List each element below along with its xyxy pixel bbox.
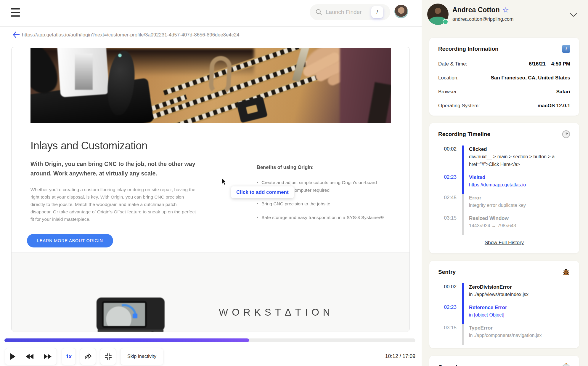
page-intro-paragraph: With Origin, you can bring CNC to the jo… [30,159,208,178]
info-row-browser: Browser: Safari [438,89,570,95]
timeline-event[interactable]: 00:02 Clicked div#nuxt__ > main > sectio… [438,146,570,174]
skip-next-control [80,348,96,365]
timeline-event[interactable]: 03:15 Resized Window 1443×924 → 798×643 [438,215,570,235]
search-input[interactable] [326,9,367,15]
event-marker-bar [462,146,464,174]
event-marker-bar [462,283,464,304]
benefits-heading: Benefits of using Origin: [257,164,314,170]
timeline-event[interactable]: 02:45 Error integrity error duplicate ke… [438,194,570,215]
info-row-location: Location: San Francisco, CA, United Stat… [438,75,570,81]
user-email: andrea.cotton@rippling.com [452,16,514,22]
transport-controls [5,348,57,365]
workstation-logo: WORKSTΔTION [219,307,334,318]
favorite-star-icon[interactable]: ☆ [502,6,509,14]
recorded-page-url: https://app.getatlas.io/auth/login?next=… [22,32,240,38]
sentry-event[interactable]: 03:15 TypeError in ./app/components/navi… [438,324,570,345]
speed-control: 1x [62,348,76,365]
page-heading: Inlays and Customization [30,140,147,152]
ladybug-icon [562,268,570,276]
benefit-item: Bring CNC precision to the jobsite [257,200,393,208]
event-marker-bar [462,194,464,215]
cnc-router-photo [30,48,391,123]
recording-information-title: Recording Information [438,46,499,52]
sentry-event[interactable]: 02:23 Reference Error in [object Object] [438,304,570,324]
back-arrow-icon[interactable] [12,31,20,39]
event-marker-bar [462,304,464,324]
collapse-control [100,348,116,365]
exit-fullscreen-button[interactable] [102,348,114,365]
event-marker-bar [462,174,464,194]
playback-speed-button[interactable]: 1x [66,354,72,360]
replay-player-region: / https://app.getatlas.io/auth/login?nex… [0,0,422,366]
info-row-date: Date & Time: 6/16/21 – 4:50 PM [438,61,570,67]
slash-shortcut-key: / [371,6,383,18]
launch-finder-search[interactable]: / [310,4,390,20]
sentry-event[interactable]: 00:02 ZeroDivisionError in ./app/views/r… [438,283,570,304]
event-marker-bar [462,324,464,345]
play-button[interactable] [9,348,17,365]
recording-information-card: Recording Information i Date & Time: 6/1… [429,38,579,116]
recording-timeline-title: Recording Timeline [438,131,490,138]
sentry-card: Sentry 00:02 ZeroDivisionEr [429,261,579,348]
recording-url-bar: https://app.getatlas.io/auth/login?next=… [0,27,422,46]
session-details-sidebar: Andrea Cotton ☆ andrea.cotton@rippling.c… [422,0,588,366]
page-body-paragraph: Whether you're creating a custom floorin… [30,186,198,223]
benefits-list: Create and adjust simple cutouts using O… [257,179,393,227]
skip-forward-arrow-button[interactable] [82,348,94,365]
replay-viewport[interactable]: Inlays and Customization With Origin, yo… [11,47,410,332]
fast-forward-button[interactable] [42,348,53,365]
robot-icon [562,363,570,366]
console-card: Console [429,356,579,366]
comment-tooltip: Click to add comment [231,186,294,198]
replay-cursor-icon [222,178,228,186]
console-title: Console [438,364,460,366]
benefit-item: Safe storage and easy transportation in … [257,214,393,221]
clock-icon [562,130,570,138]
topbar-avatar[interactable] [394,5,408,18]
recording-timeline-card: Recording Timeline 00:02 Clicked div#nux… [429,123,579,253]
info-row-os: Operating System: macOS 12.0.1 [438,103,570,109]
info-icon: i [562,45,570,53]
chevron-down-icon[interactable] [570,13,577,17]
time-display: 10:12 / 17:09 [364,353,415,359]
online-status-dot [443,19,448,25]
workstation-section: WORKSTΔTION [12,252,410,332]
progress-fill [4,338,249,342]
sentry-title: Sentry [438,269,456,275]
top-bar: / [0,0,422,27]
timeline-event[interactable]: 02:23 Visited https://demoapp.getatlas.i… [438,174,570,194]
hamburger-menu-icon[interactable] [11,8,20,17]
skip-inactivity-button[interactable]: Skip Inactivity [120,348,163,365]
rewind-button[interactable] [24,348,35,365]
playback-progress-bar[interactable] [4,338,415,342]
recorded-page-content: Inlays and Customization With Origin, yo… [12,47,409,332]
event-marker-bar [462,215,464,235]
learn-more-button[interactable]: LEARN MORE ABOUT ORIGIN [27,234,113,247]
search-icon [316,9,322,15]
workstation-device-image [97,298,165,332]
show-full-history-link[interactable]: Show Full History [485,240,524,246]
user-name: Andrea Cotton ☆ [452,6,509,14]
